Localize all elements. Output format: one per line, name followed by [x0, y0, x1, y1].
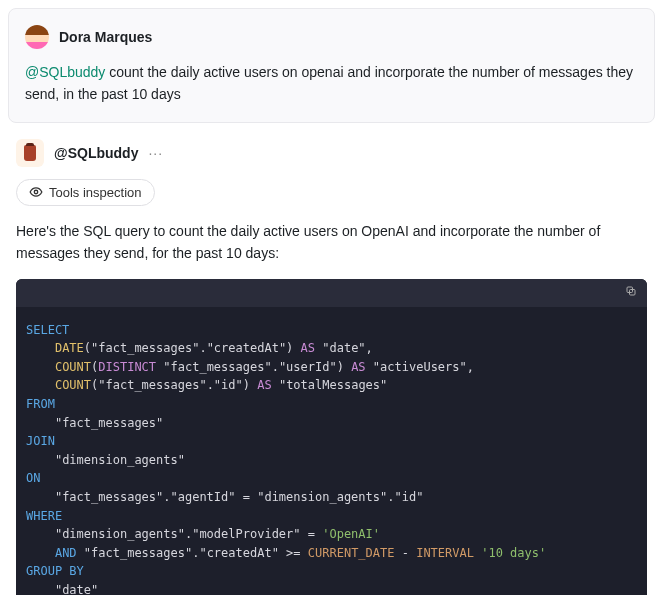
comment-header: Dora Marques [25, 25, 638, 49]
comment-body: @SQLbuddy count the daily active users o… [25, 61, 638, 106]
copy-icon[interactable] [625, 285, 637, 300]
tools-chip-label: Tools inspection [49, 185, 142, 200]
user-comment: Dora Marques @SQLbuddy count the daily a… [8, 8, 655, 123]
bot-header: @SQLbuddy ··· [8, 139, 655, 167]
svg-point-0 [34, 191, 38, 195]
user-name[interactable]: Dora Marques [59, 29, 152, 45]
comment-text: count the daily active users on openai a… [25, 64, 633, 102]
bot-avatar-icon [24, 145, 36, 161]
mention-link[interactable]: @SQLbuddy [25, 64, 105, 80]
eye-icon [29, 185, 43, 199]
tools-inspection-chip[interactable]: Tools inspection [16, 179, 155, 206]
bot-name[interactable]: @SQLbuddy [54, 145, 138, 161]
sql-code-block: SELECT DATE("fact_messages"."createdAt")… [16, 279, 647, 595]
more-menu-icon[interactable]: ··· [148, 145, 163, 161]
code-block-header [16, 279, 647, 307]
bot-avatar[interactable] [16, 139, 44, 167]
bot-response-text: Here's the SQL query to count the daily … [8, 220, 655, 265]
sql-code[interactable]: SELECT DATE("fact_messages"."createdAt")… [16, 307, 647, 595]
user-avatar[interactable] [25, 25, 49, 49]
